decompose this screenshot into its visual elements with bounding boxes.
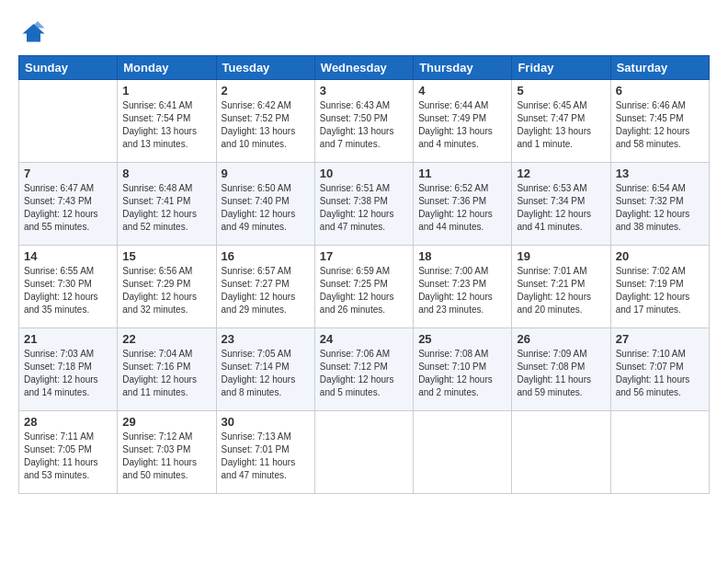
calendar-cell: 23Sunrise: 7:05 AMSunset: 7:14 PMDayligh… [216, 328, 314, 411]
calendar-cell: 25Sunrise: 7:08 AMSunset: 7:10 PMDayligh… [414, 328, 512, 411]
calendar-cell: 11Sunrise: 6:52 AMSunset: 7:36 PMDayligh… [414, 163, 512, 246]
day-number: 22 [122, 332, 210, 346]
calendar-header-thursday: Thursday [414, 56, 512, 80]
calendar-week-row: 7Sunrise: 6:47 AMSunset: 7:43 PMDaylight… [19, 163, 710, 246]
day-info: Sunrise: 7:05 AMSunset: 7:14 PMDaylight:… [222, 348, 310, 399]
day-number: 9 [222, 167, 310, 180]
day-info: Sunrise: 7:03 AMSunset: 7:18 PMDaylight:… [24, 348, 112, 399]
calendar-cell: 2Sunrise: 6:42 AMSunset: 7:52 PMDaylight… [216, 80, 314, 163]
day-info: Sunrise: 6:52 AMSunset: 7:36 PMDaylight:… [418, 182, 506, 234]
calendar-cell [314, 411, 413, 494]
calendar-cell [610, 411, 709, 494]
day-info: Sunrise: 7:02 AMSunset: 7:19 PMDaylight:… [616, 265, 704, 316]
calendar-header-friday: Friday [512, 56, 610, 80]
day-info: Sunrise: 7:08 AMSunset: 7:10 PMDaylight:… [418, 348, 506, 399]
day-number: 7 [24, 167, 112, 180]
day-info: Sunrise: 7:12 AMSunset: 7:03 PMDaylight:… [122, 431, 210, 482]
calendar-cell: 18Sunrise: 7:00 AMSunset: 7:23 PMDayligh… [414, 246, 512, 328]
day-number: 8 [122, 167, 210, 180]
day-info: Sunrise: 6:41 AMSunset: 7:54 PMDaylight:… [122, 99, 210, 151]
day-number: 19 [517, 249, 605, 263]
day-number: 11 [418, 167, 506, 180]
calendar-cell: 12Sunrise: 6:53 AMSunset: 7:34 PMDayligh… [512, 163, 610, 246]
day-number: 13 [616, 167, 704, 180]
day-number: 25 [418, 332, 506, 346]
calendar-week-row: 28Sunrise: 7:11 AMSunset: 7:05 PMDayligh… [19, 411, 710, 494]
calendar-header-row: SundayMondayTuesdayWednesdayThursdayFrid… [19, 56, 710, 80]
calendar-cell: 21Sunrise: 7:03 AMSunset: 7:18 PMDayligh… [19, 328, 118, 411]
calendar-cell: 30Sunrise: 7:13 AMSunset: 7:01 PMDayligh… [216, 411, 314, 494]
day-number: 20 [616, 249, 704, 263]
calendar-cell: 7Sunrise: 6:47 AMSunset: 7:43 PMDaylight… [19, 163, 118, 246]
calendar-cell [19, 80, 118, 163]
calendar-cell: 29Sunrise: 7:12 AMSunset: 7:03 PMDayligh… [118, 411, 216, 494]
day-info: Sunrise: 6:53 AMSunset: 7:34 PMDaylight:… [517, 182, 605, 234]
day-number: 28 [24, 415, 112, 429]
day-info: Sunrise: 6:57 AMSunset: 7:27 PMDaylight:… [222, 265, 310, 316]
calendar-cell: 28Sunrise: 7:11 AMSunset: 7:05 PMDayligh… [19, 411, 118, 494]
day-number: 26 [517, 332, 605, 346]
logo-icon [18, 18, 46, 46]
day-info: Sunrise: 6:50 AMSunset: 7:40 PMDaylight:… [222, 182, 310, 234]
day-info: Sunrise: 7:06 AMSunset: 7:12 PMDaylight:… [320, 348, 408, 399]
day-info: Sunrise: 6:51 AMSunset: 7:38 PMDaylight:… [320, 182, 408, 234]
day-info: Sunrise: 7:04 AMSunset: 7:16 PMDaylight:… [122, 348, 210, 399]
day-info: Sunrise: 6:44 AMSunset: 7:49 PMDaylight:… [418, 99, 506, 151]
day-info: Sunrise: 7:13 AMSunset: 7:01 PMDaylight:… [222, 431, 310, 482]
calendar-cell: 6Sunrise: 6:46 AMSunset: 7:45 PMDaylight… [610, 80, 709, 163]
calendar-cell: 5Sunrise: 6:45 AMSunset: 7:47 PMDaylight… [512, 80, 610, 163]
day-info: Sunrise: 7:00 AMSunset: 7:23 PMDaylight:… [418, 265, 506, 316]
calendar-week-row: 1Sunrise: 6:41 AMSunset: 7:54 PMDaylight… [19, 80, 710, 163]
day-number: 1 [122, 84, 210, 98]
calendar-cell: 13Sunrise: 6:54 AMSunset: 7:32 PMDayligh… [610, 163, 709, 246]
calendar-header-monday: Monday [118, 56, 216, 80]
calendar-cell: 17Sunrise: 6:59 AMSunset: 7:25 PMDayligh… [314, 246, 413, 328]
day-info: Sunrise: 6:42 AMSunset: 7:52 PMDaylight:… [222, 99, 310, 151]
day-info: Sunrise: 6:59 AMSunset: 7:25 PMDaylight:… [320, 265, 408, 316]
calendar-cell: 24Sunrise: 7:06 AMSunset: 7:12 PMDayligh… [314, 328, 413, 411]
calendar-cell: 26Sunrise: 7:09 AMSunset: 7:08 PMDayligh… [512, 328, 610, 411]
calendar-cell: 22Sunrise: 7:04 AMSunset: 7:16 PMDayligh… [118, 328, 216, 411]
day-info: Sunrise: 7:01 AMSunset: 7:21 PMDaylight:… [517, 265, 605, 316]
day-number: 18 [418, 249, 506, 263]
calendar-cell: 20Sunrise: 7:02 AMSunset: 7:19 PMDayligh… [610, 246, 709, 328]
day-number: 2 [222, 84, 310, 98]
day-number: 30 [222, 415, 310, 429]
day-info: Sunrise: 6:43 AMSunset: 7:50 PMDaylight:… [320, 99, 408, 151]
day-info: Sunrise: 6:45 AMSunset: 7:47 PMDaylight:… [517, 99, 605, 151]
calendar-header-saturday: Saturday [610, 56, 709, 80]
day-info: Sunrise: 7:10 AMSunset: 7:07 PMDaylight:… [616, 348, 704, 399]
calendar-cell: 15Sunrise: 6:56 AMSunset: 7:29 PMDayligh… [118, 246, 216, 328]
day-info: Sunrise: 6:54 AMSunset: 7:32 PMDaylight:… [616, 182, 704, 234]
day-number: 27 [616, 332, 704, 346]
calendar-cell: 3Sunrise: 6:43 AMSunset: 7:50 PMDaylight… [314, 80, 413, 163]
day-number: 21 [24, 332, 112, 346]
calendar-cell [512, 411, 610, 494]
calendar-week-row: 14Sunrise: 6:55 AMSunset: 7:30 PMDayligh… [19, 246, 710, 328]
calendar-header-wednesday: Wednesday [314, 56, 413, 80]
day-info: Sunrise: 7:09 AMSunset: 7:08 PMDaylight:… [517, 348, 605, 399]
calendar-header-sunday: Sunday [19, 56, 118, 80]
day-number: 24 [320, 332, 408, 346]
calendar-cell: 27Sunrise: 7:10 AMSunset: 7:07 PMDayligh… [610, 328, 709, 411]
day-number: 23 [222, 332, 310, 346]
calendar-cell: 16Sunrise: 6:57 AMSunset: 7:27 PMDayligh… [216, 246, 314, 328]
day-info: Sunrise: 6:56 AMSunset: 7:29 PMDaylight:… [122, 265, 210, 316]
calendar-header-tuesday: Tuesday [216, 56, 314, 80]
calendar-cell: 4Sunrise: 6:44 AMSunset: 7:49 PMDaylight… [414, 80, 512, 163]
day-number: 4 [418, 84, 506, 98]
calendar-cell: 9Sunrise: 6:50 AMSunset: 7:40 PMDaylight… [216, 163, 314, 246]
day-info: Sunrise: 6:47 AMSunset: 7:43 PMDaylight:… [24, 182, 112, 234]
calendar-cell: 1Sunrise: 6:41 AMSunset: 7:54 PMDaylight… [118, 80, 216, 163]
calendar-week-row: 21Sunrise: 7:03 AMSunset: 7:18 PMDayligh… [19, 328, 710, 411]
calendar-cell: 10Sunrise: 6:51 AMSunset: 7:38 PMDayligh… [314, 163, 413, 246]
day-number: 5 [517, 84, 605, 98]
calendar-cell [414, 411, 512, 494]
day-number: 3 [320, 84, 408, 98]
day-number: 12 [517, 167, 605, 180]
day-number: 14 [24, 249, 112, 263]
day-number: 17 [320, 249, 408, 263]
day-info: Sunrise: 6:46 AMSunset: 7:45 PMDaylight:… [616, 99, 704, 151]
day-number: 10 [320, 167, 408, 180]
day-number: 29 [122, 415, 210, 429]
